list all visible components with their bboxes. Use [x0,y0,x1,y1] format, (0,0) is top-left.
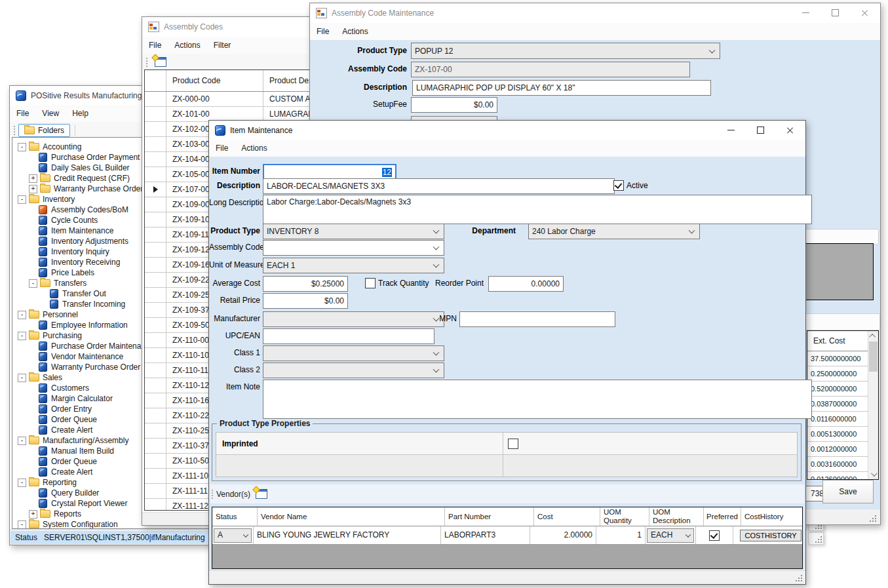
item-note-input[interactable] [263,380,812,419]
cost-history-header[interactable]: CostHistory [741,507,803,526]
tree-item-label[interactable]: Manual Item Build [51,446,114,456]
tree-item-label[interactable]: Credit Request (CRF) [54,174,130,183]
row-selector[interactable] [145,288,166,302]
new-form-icon[interactable] [155,57,166,67]
collapse-icon[interactable]: - [29,279,37,288]
product-type-combo[interactable]: POPUP 12 [411,43,720,59]
uom-quantity-header[interactable]: UOM Quantity [600,507,649,526]
row-selector[interactable] [145,469,166,483]
product-description-header[interactable]: Product Description [263,70,317,91]
folders-button[interactable]: Folders [18,124,70,137]
collapse-icon[interactable]: - [18,437,26,445]
tree-item-label[interactable]: Order Queue [51,415,97,424]
acm-titlebar[interactable]: Assembly Code Maintenance [310,3,880,23]
row-selector[interactable] [145,318,166,332]
upc-ean-input[interactable] [263,328,434,344]
tree-item-label[interactable]: Accounting [43,142,81,151]
assembly-code-combo[interactable] [263,240,444,256]
vendor-name-header[interactable]: Vendor Name [258,507,445,526]
setup-fee-field[interactable]: $0.00 [411,97,497,113]
tree-item-label[interactable]: Personnel [43,310,78,319]
row-selector[interactable] [145,423,166,438]
tree-item-label[interactable]: Crystal Report Viewer [51,499,127,508]
description-input[interactable]: LABOR-DECALS/MAGNETS 3X3 [263,178,615,194]
tree-item-label[interactable]: Transfer Out [62,289,106,298]
tree-item-label[interactable]: Customers [51,383,89,393]
ext-cost-cell[interactable]: 0.0031600000 [807,457,868,472]
minimize-button[interactable] [716,121,746,139]
tree-item-label[interactable]: Inventory Inquiry [51,247,109,256]
im-titlebar[interactable]: Item Maintenance [209,121,805,140]
add-vendor-icon[interactable] [256,489,267,499]
menu-file[interactable]: File [209,140,235,156]
tree-item-label[interactable]: Assembly Codes/BoM [51,205,128,214]
tree-item-label[interactable]: Sales [43,373,62,382]
row-selector[interactable] [145,273,166,287]
row-selector[interactable] [145,258,166,272]
collapse-icon[interactable]: - [18,332,26,340]
close-button[interactable] [850,4,879,22]
row-selector[interactable] [145,137,166,151]
maximize-button[interactable] [746,121,775,139]
row-selector[interactable] [145,378,166,393]
menu-actions[interactable]: Actions [336,24,374,39]
imprinted-checkbox[interactable] [508,439,518,449]
row-selector[interactable] [145,408,166,423]
ext-cost-header[interactable]: Ext. Cost [807,331,868,351]
row-selector[interactable] [145,167,166,182]
menu-actions[interactable]: Actions [168,37,206,53]
tree-item-label[interactable]: Inventory [43,195,75,204]
product-code-cell[interactable]: ZX-000-00 [166,92,263,106]
scroll-thumb[interactable] [869,342,878,372]
cost-history-button[interactable]: COSTHISTORY [740,530,801,541]
vendor-name-cell[interactable]: BLING YOUNG JEWELRY FACTORY [254,526,441,544]
reorder-point-input[interactable]: 0.00000 [488,276,564,292]
menu-view[interactable]: View [35,106,66,121]
collapse-icon[interactable]: - [18,479,26,487]
tree-item-label[interactable]: Reporting [43,478,77,487]
active-checkbox[interactable] [613,180,624,191]
tree-item-label[interactable]: Warranty Purchase Order(W [54,184,153,193]
ext-cost-cell[interactable]: 0.0051300000 [807,427,868,442]
tree-item-label[interactable]: Purchase Order Payment [51,153,140,162]
row-selector[interactable] [145,182,166,197]
status-combo[interactable]: A [214,528,252,543]
menu-file[interactable]: File [310,24,336,39]
row-selector[interactable] [145,227,166,242]
preferred-header[interactable]: Preferred [704,507,741,526]
imprinted-row[interactable]: Imprinted [216,433,797,455]
cost-header[interactable]: Cost [534,507,600,526]
status-header[interactable]: Status [212,507,258,526]
row-selector[interactable] [145,152,166,167]
expand-icon[interactable]: + [29,185,37,193]
ext-cost-cell[interactable]: 37.5000000000 [807,351,868,366]
tree-item-label[interactable]: Vendor Maintenance [51,352,123,361]
minimize-button[interactable] [791,4,820,22]
unit-of-measure-combo[interactable]: EACH 1 [263,258,444,273]
row-selector[interactable] [145,348,166,363]
tree-item-label[interactable]: Price Labels [51,268,94,277]
expand-icon[interactable]: + [29,174,37,183]
product-description-cell[interactable]: CUSTOM ACCES [263,92,317,106]
resize-grip[interactable] [868,514,876,522]
scroll-down-icon[interactable] [868,469,878,479]
collapse-icon[interactable]: - [18,143,26,151]
tree-item-label[interactable]: Employee Information [51,321,128,330]
row-selector[interactable] [145,243,166,257]
assembly-codes-titlebar[interactable]: Assembly Codes [142,17,319,37]
row-selector[interactable] [145,333,166,347]
department-combo[interactable]: 240 Labor Charge [528,224,700,239]
class1-combo[interactable] [263,345,444,361]
scroll-up-icon[interactable] [868,331,878,341]
tree-item-label[interactable]: Transfer Incoming [62,300,125,309]
part-number-header[interactable]: Part Number [445,507,534,526]
cost-cell[interactable]: 2.00000 [530,526,596,544]
tree-item-label[interactable]: Query Builder [51,488,99,498]
row-selector[interactable] [145,107,166,121]
ext-cost-cell[interactable]: 0.0012000000 [807,442,868,457]
menu-help[interactable]: Help [66,106,95,121]
mpn-input[interactable] [459,311,615,327]
description-field[interactable]: LUMAGRAPHIC POP UP DISPLAY 60" X 18" [412,80,711,96]
collapse-icon[interactable]: - [18,195,26,204]
ext-cost-cell[interactable]: 0.0387000000 [807,397,868,412]
